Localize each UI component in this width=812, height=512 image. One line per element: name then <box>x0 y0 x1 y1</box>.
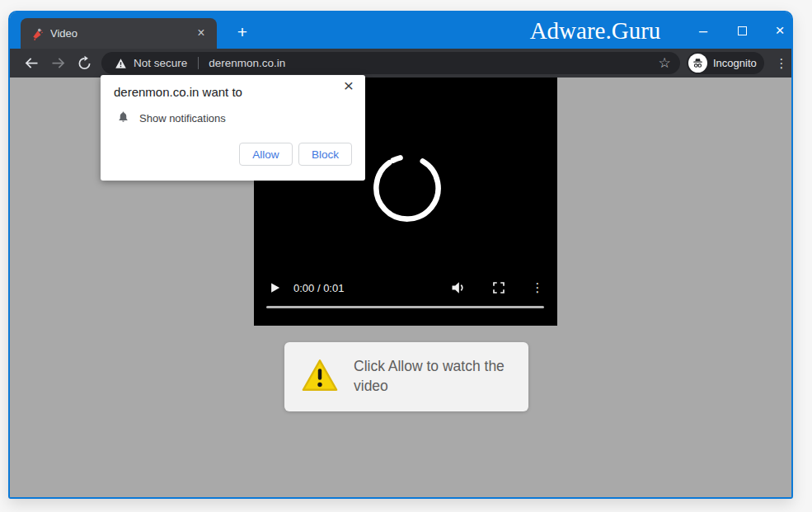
window-minimize-button[interactable]: – <box>688 12 718 49</box>
tab-favicon-megaphone-icon <box>31 27 44 40</box>
title-bar: Video × + Adware.Guru – × <box>10 12 791 49</box>
bell-icon <box>117 110 129 123</box>
browser-toolbar: Not secure derenmon.co.in ☆ Incognito ⋮ <box>10 49 791 78</box>
window-title: Adware.Guru <box>472 12 719 49</box>
new-tab-button[interactable]: + <box>228 20 256 45</box>
tab-close-icon[interactable]: × <box>194 26 209 41</box>
omnibox-divider <box>198 57 199 69</box>
prompt-permission-text: Show notifications <box>139 112 226 124</box>
warning-triangle-icon <box>301 358 339 393</box>
back-icon[interactable] <box>23 54 40 72</box>
window-maximize-button[interactable] <box>727 12 757 49</box>
overlay-message: Click Allow to watch the video <box>354 356 515 396</box>
not-secure-warning-icon <box>115 58 127 69</box>
video-progress-bar[interactable] <box>266 306 544 308</box>
video-menu-icon[interactable]: ⋮ <box>531 278 544 298</box>
tab-title: Video <box>50 27 194 40</box>
browser-tab[interactable]: Video × <box>21 18 217 49</box>
incognito-badge: Incognito <box>687 52 764 74</box>
volume-icon[interactable] <box>450 279 467 296</box>
window-close-button[interactable]: × <box>765 12 793 49</box>
incognito-icon <box>692 57 704 69</box>
fullscreen-icon[interactable] <box>491 280 506 295</box>
url-text[interactable]: derenmon.co.in <box>209 57 285 69</box>
browser-menu-icon[interactable]: ⋮ <box>772 52 791 74</box>
page-content: 0:00 / 0:01 ⋮ × derenmon.co.in want to S… <box>10 78 791 497</box>
security-label[interactable]: Not secure <box>134 57 187 69</box>
video-time-display: 0:00 / 0:01 <box>293 282 344 294</box>
notification-permission-prompt: × derenmon.co.in want to Show notificati… <box>101 75 365 181</box>
maximize-icon <box>738 26 747 35</box>
address-bar[interactable]: Not secure derenmon.co.in ☆ <box>101 52 680 74</box>
loading-spinner-icon <box>368 149 446 227</box>
prompt-close-icon[interactable]: × <box>340 77 358 95</box>
forward-icon[interactable] <box>49 54 67 72</box>
reload-icon[interactable] <box>76 54 93 72</box>
play-button-icon[interactable] <box>269 281 281 294</box>
block-button[interactable]: Block <box>298 143 352 166</box>
allow-button[interactable]: Allow <box>239 143 293 166</box>
overlay-card: Click Allow to watch the video <box>284 342 528 411</box>
incognito-label: Incognito <box>713 57 757 69</box>
bookmark-star-icon[interactable]: ☆ <box>655 54 674 73</box>
prompt-origin-text: derenmon.co.in want to <box>114 85 242 99</box>
incognito-avatar <box>688 54 707 73</box>
browser-window: Video × + Adware.Guru – × Not secure <box>8 11 793 499</box>
